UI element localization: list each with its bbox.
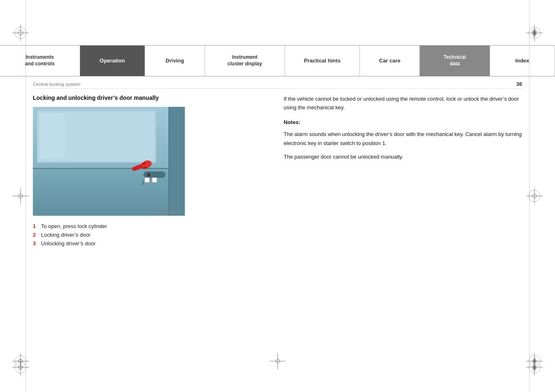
- list-number-1: 1: [33, 223, 41, 229]
- door-illustration: P72 0-2358-26: [33, 107, 272, 217]
- list-text-3: Unlocking driver’s door: [41, 240, 95, 247]
- note-1: The alarm sounds when unlocking the driv…: [284, 130, 523, 148]
- notes-label: Notes:: [284, 118, 523, 127]
- svg-rect-27: [148, 175, 150, 177]
- list-item-2: 2 Locking driver’s door: [33, 232, 272, 238]
- mid-left-crosshair: [12, 188, 29, 204]
- corner-mark-tl: [12, 25, 29, 41]
- nav-item-driving[interactable]: Driving: [145, 46, 205, 76]
- list-number-2: 2: [33, 232, 41, 238]
- bottom-left-crosshair: [12, 353, 29, 369]
- nav-item-car-care[interactable]: Car care: [360, 46, 420, 76]
- svg-rect-22: [168, 107, 169, 216]
- nav-item-instrument-cluster[interactable]: Instrument cluster display: [205, 46, 285, 76]
- section-title: Central locking system: [33, 82, 81, 87]
- nav-item-index[interactable]: Index: [490, 46, 555, 76]
- page-number: 36: [516, 81, 522, 87]
- list-text-2: Locking driver’s door: [41, 232, 90, 238]
- bottom-center-crosshair: [269, 353, 286, 369]
- nav-item-operation[interactable]: Operation: [80, 46, 145, 76]
- svg-point-4: [529, 27, 540, 39]
- list-number-3: 3: [33, 240, 41, 247]
- nav-item-practical-hints[interactable]: Practical hints: [285, 46, 360, 76]
- main-content: Locking and unlocking driver’s door manu…: [33, 95, 522, 249]
- section-header: Central locking system 36: [33, 80, 522, 89]
- svg-rect-24: [145, 178, 150, 182]
- right-column: If the vehicle cannot be locked or unloc…: [284, 95, 523, 249]
- mid-right-crosshair: [526, 188, 543, 204]
- navigation-bar: Instruments and controls Operation Drivi…: [0, 46, 555, 76]
- svg-rect-25: [152, 178, 157, 182]
- right-intro: If the vehicle cannot be locked or unloc…: [284, 95, 523, 112]
- car-door-image: P72 0-2358-26: [33, 107, 185, 216]
- nav-item-instruments[interactable]: Instruments and controls: [0, 46, 80, 76]
- numbered-list: 1 To open, press lock cylinder 2 Locking…: [33, 223, 272, 247]
- list-item-1: 1 To open, press lock cylinder: [33, 223, 272, 229]
- nav-bottom-line: [0, 76, 555, 76]
- svg-rect-21: [168, 107, 185, 216]
- list-item-3: 3 Unlocking driver’s door: [33, 240, 272, 247]
- nav-item-technical-data[interactable]: Technical data: [420, 46, 490, 76]
- svg-rect-18: [40, 113, 65, 159]
- corner-mark-tr: [526, 25, 543, 41]
- article-title: Locking and unlocking driver’s door manu…: [33, 95, 272, 101]
- navigation-wrapper: Instruments and controls Operation Drivi…: [0, 45, 555, 76]
- svg-point-0: [15, 27, 26, 39]
- bottom-right-crosshair: [526, 353, 543, 369]
- svg-point-1: [18, 30, 23, 35]
- content-wrapper: Central locking system 36 Locking and un…: [0, 80, 555, 249]
- svg-text:P72 0-2358-26: P72 0-2358-26: [152, 210, 177, 214]
- list-text-1: To open, press lock cylinder: [41, 223, 107, 229]
- note-2: The passenger door cannot be unlocked ma…: [284, 152, 523, 161]
- left-column: Locking and unlocking driver’s door manu…: [33, 95, 272, 249]
